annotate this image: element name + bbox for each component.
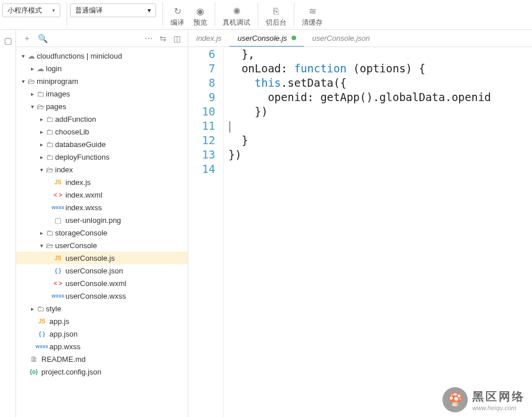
tree-label: deployFunctions <box>55 153 110 161</box>
line-number: 10 <box>188 105 215 119</box>
tab-userConsole-json[interactable]: userConsole.json <box>304 30 378 47</box>
tree-folder-chooseLib[interactable]: ▸🗀chooseLib <box>16 125 188 138</box>
tree-label: userConsole.js <box>65 254 115 262</box>
tree-file-userConsole-json[interactable]: { }userConsole.json <box>16 264 188 277</box>
tree-label: userConsole.wxss <box>65 292 126 300</box>
tree-folder-cloudfunctions[interactable]: ▾☁cloudfunctions | minicloud <box>16 49 188 62</box>
tree-folder-storageConsole[interactable]: ▸🗀storageConsole <box>16 226 188 239</box>
tree-folder-userConsole[interactable]: ▾🗁userConsole <box>16 239 188 252</box>
tree-file-app-wxss[interactable]: wxssapp.wxss <box>16 340 188 353</box>
chevron-down-icon: ▾ <box>38 242 45 249</box>
code-line <box>228 119 532 133</box>
tree-label: project.config.json <box>41 368 102 376</box>
tree-label: storageConsole <box>55 229 107 237</box>
mode-select-label: 小程序模式 <box>7 6 42 16</box>
tab-index-js[interactable]: index.js <box>188 30 230 47</box>
cursor <box>230 121 230 133</box>
mode-select[interactable]: 小程序模式 ▾ <box>2 3 60 17</box>
preview-button[interactable]: ◉ 预览 <box>189 2 212 29</box>
tab-userConsole-js[interactable]: userConsole.js <box>230 30 304 47</box>
watermark-text: 黑区网络 www.heiqu.com <box>472 389 525 411</box>
line-number: 14 <box>188 162 215 176</box>
json-badge-icon: { } <box>36 331 48 337</box>
compile-button[interactable]: ↻ 编译 <box>166 2 189 29</box>
remote-debug-button[interactable]: ✺ 真机调试 <box>218 2 255 29</box>
background-button[interactable]: ⎘ 切后台 <box>261 2 291 29</box>
chevron-down-icon: ▾ <box>38 167 45 173</box>
chevron-down-icon: ▾ <box>29 103 36 110</box>
line-number: 8 <box>188 76 215 90</box>
chevron-right-icon: ▸ <box>38 230 45 236</box>
eye-icon: ◉ <box>196 6 204 17</box>
tree-folder-login[interactable]: ▸☁login <box>16 62 188 75</box>
code-line: this.setData({ <box>228 76 532 90</box>
folder-icon: 🗀 <box>45 115 54 123</box>
tree-label: index.wxml <box>65 191 102 199</box>
tree-file-userConsole-js[interactable]: JSuserConsole.js <box>16 252 188 264</box>
background-label: 切后台 <box>266 18 286 28</box>
code-content: }, onLoad: function (options) { this.set… <box>228 47 532 417</box>
panel-icon[interactable]: ▢ <box>2 33 14 48</box>
clear-cache-button[interactable]: ≋ 清缓存 <box>297 2 327 29</box>
wxss-badge-icon: wxss <box>52 293 64 299</box>
tree-file-index-wxss[interactable]: wxssindex.wxss <box>16 201 188 214</box>
chevron-down-icon: ▾ <box>52 7 55 13</box>
clear-cache-label: 清缓存 <box>302 18 323 28</box>
tree-folder-miniprogram[interactable]: ▾🗁miniprogram <box>16 75 188 87</box>
watermark: 🍄 黑区网络 www.heiqu.com <box>442 387 525 412</box>
config-badge-icon: {o} <box>28 369 40 375</box>
code-line: }) <box>228 148 532 162</box>
tree-folder-pages[interactable]: ▾🗁pages <box>16 100 188 113</box>
separator <box>162 2 163 26</box>
collapse-icon[interactable]: ⇆ <box>156 34 170 43</box>
add-icon[interactable]: ＋ <box>20 33 34 44</box>
tree-file-app-json[interactable]: { }app.json <box>16 327 188 340</box>
js-badge-icon: JS <box>52 255 64 261</box>
tree-folder-addFunction[interactable]: ▸🗀addFunction <box>16 113 188 125</box>
chevron-right-icon: ▸ <box>29 65 36 72</box>
tree-file-index-js[interactable]: JSindex.js <box>16 176 188 188</box>
tree-file-project-config[interactable]: {o}project.config.json <box>16 365 188 378</box>
chevron-down-icon: ▾ <box>20 78 26 84</box>
tree-label: index <box>55 165 73 174</box>
split-icon[interactable]: ◫ <box>170 34 184 43</box>
tree-label: index.js <box>65 178 91 187</box>
preview-label: 预览 <box>193 18 207 28</box>
search-icon[interactable]: 🔍 <box>34 34 51 43</box>
tree-folder-style[interactable]: ▸🗀style <box>16 302 188 315</box>
tree-file-readme[interactable]: 🗎README.md <box>16 353 188 365</box>
folder-icon: 🗀 <box>45 153 54 161</box>
bug-icon: ✺ <box>233 6 240 17</box>
folder-icon: 🗀 <box>36 304 45 313</box>
separator <box>294 2 294 26</box>
tree-label: app.wxss <box>49 342 80 351</box>
more-icon[interactable]: ⋯ <box>141 34 156 43</box>
tree-label: user-unlogin.png <box>65 216 121 225</box>
tree-folder-deployFunctions[interactable]: ▸🗀deployFunctions <box>16 150 188 163</box>
tree-file-userConsole-wxss[interactable]: wxssuserConsole.wxss <box>16 289 188 302</box>
chevron-right-icon: ▸ <box>29 91 36 97</box>
clear-cache-icon: ≋ <box>309 6 316 17</box>
json-badge-icon: { } <box>52 268 64 274</box>
wxml-badge-icon: < > <box>52 280 64 287</box>
tree-label: addFunction <box>55 115 96 123</box>
tree-label: app.js <box>49 317 69 326</box>
tree-file-userConsole-wxml[interactable]: < >userConsole.wxml <box>16 277 188 289</box>
code-line: } <box>228 133 532 148</box>
tab-label: index.js <box>196 34 222 43</box>
tree-file-app-js[interactable]: JSapp.js <box>16 315 188 327</box>
chevron-right-icon: ▸ <box>38 129 45 135</box>
tree-file-index-wxml[interactable]: < >index.wxml <box>16 188 188 201</box>
watermark-url: www.heiqu.com <box>472 404 525 411</box>
code-editor[interactable]: 6 7 8 9 10 11 12 13 14 }, onLoad: functi… <box>188 47 532 417</box>
tree-folder-index[interactable]: ▾🗁index <box>16 163 188 176</box>
compile-select[interactable]: 普通编译 ▾ <box>70 3 156 17</box>
cloud-icon: ☁ <box>36 64 45 73</box>
tree-label: userConsole <box>55 241 97 250</box>
code-line: }, <box>228 47 532 61</box>
tree-folder-images[interactable]: ▸🗀images <box>16 87 188 100</box>
tree-file-user-unlogin[interactable]: ▢user-unlogin.png <box>16 214 188 226</box>
js-badge-icon: JS <box>36 318 48 325</box>
tree-folder-databaseGuide[interactable]: ▸🗀databaseGuide <box>16 138 188 150</box>
tree-label: chooseLib <box>55 128 89 136</box>
